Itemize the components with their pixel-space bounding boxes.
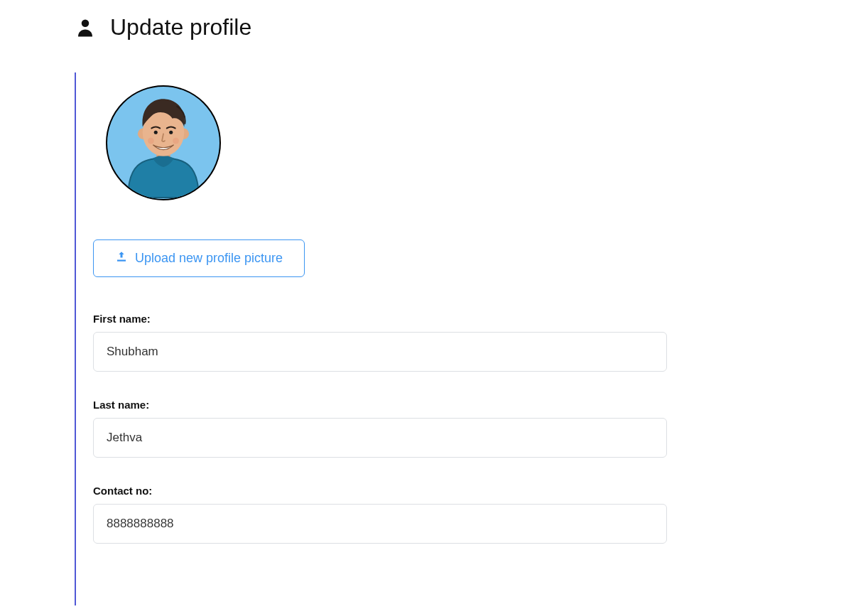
- page-header: Update profile: [75, 14, 797, 41]
- first-name-input[interactable]: [93, 332, 667, 372]
- last-name-label: Last name:: [93, 399, 797, 411]
- svg-point-0: [82, 19, 89, 27]
- avatar-section: [93, 72, 797, 200]
- first-name-group: First name:: [93, 313, 797, 372]
- first-name-label: First name:: [93, 313, 797, 325]
- svg-point-6: [169, 131, 173, 134]
- svg-point-7: [148, 138, 154, 144]
- upload-icon: [115, 250, 128, 266]
- contact-no-input[interactable]: [93, 504, 667, 544]
- user-icon: [75, 16, 96, 40]
- upload-profile-picture-button[interactable]: Upload new profile picture: [93, 239, 305, 277]
- contact-no-label: Contact no:: [93, 485, 797, 497]
- svg-point-8: [173, 138, 179, 144]
- content-area: Upload new profile picture First name: L…: [75, 72, 797, 605]
- page-title: Update profile: [110, 14, 251, 41]
- upload-button-label: Upload new profile picture: [135, 251, 283, 266]
- update-profile-page: Update profile: [0, 0, 868, 605]
- last-name-group: Last name:: [93, 399, 797, 458]
- svg-point-5: [154, 131, 158, 134]
- last-name-input[interactable]: [93, 418, 667, 458]
- contact-no-group: Contact no:: [93, 485, 797, 544]
- avatar: [106, 85, 221, 200]
